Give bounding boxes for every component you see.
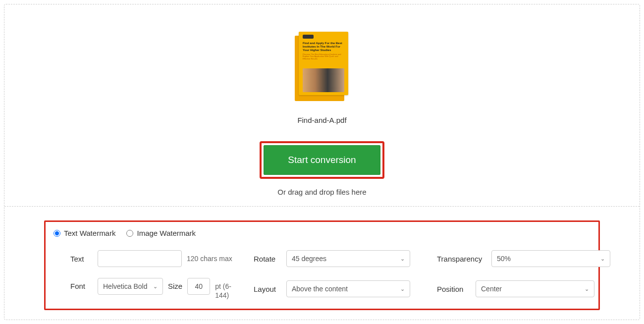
position-value: Center xyxy=(481,285,502,293)
size-hint: pt (6-144) xyxy=(215,278,237,300)
position-label: Position xyxy=(437,285,471,293)
image-watermark-option[interactable]: Image Watermark xyxy=(126,229,196,237)
layout-label: Layout xyxy=(254,285,281,293)
watermark-text-input[interactable] xyxy=(98,250,182,267)
chevron-down-icon: ⌄ xyxy=(400,286,405,292)
chevron-down-icon: ⌄ xyxy=(585,286,589,292)
page-container: Find and Apply For the Best Institutes I… xyxy=(4,4,640,320)
size-label: Size xyxy=(168,278,182,290)
watermark-type-toggle: Text Watermark Image Watermark xyxy=(54,229,590,237)
transparency-select[interactable]: 50% ⌄ xyxy=(491,250,610,267)
start-button-highlight: Start conversion xyxy=(260,141,384,179)
watermark-settings-panel: Text Watermark Image Watermark Text 120 … xyxy=(44,220,600,310)
drag-drop-hint: Or drag and drop files here xyxy=(277,188,366,196)
start-conversion-button[interactable]: Start conversion xyxy=(264,145,380,175)
text-field: Text 120 chars max xyxy=(70,250,254,267)
thumbnail-photo xyxy=(303,68,344,92)
thumbnail-subtitle: Discover The Best Educational Institute … xyxy=(303,54,344,60)
font-value: Helvetica Bold xyxy=(103,282,148,290)
thumbnail-page: Find and Apply For the Best Institutes I… xyxy=(299,32,348,95)
layout-field: Layout Above the content ⌄ xyxy=(254,278,437,300)
text-watermark-radio[interactable] xyxy=(54,230,60,237)
image-watermark-radio[interactable] xyxy=(126,230,133,237)
image-watermark-label: Image Watermark xyxy=(137,229,196,237)
rotate-field: Rotate 45 degrees ⌄ xyxy=(254,250,437,267)
rotate-label: Rotate xyxy=(254,255,281,263)
position-field: Position Center ⌄ xyxy=(437,278,615,300)
text-watermark-option[interactable]: Text Watermark xyxy=(54,229,115,237)
layout-select[interactable]: Above the content ⌄ xyxy=(286,280,410,297)
thumbnail-title: Find and Apply For the Best Institutes I… xyxy=(303,42,344,53)
font-label: Font xyxy=(70,278,93,290)
rotate-select[interactable]: 45 degrees ⌄ xyxy=(286,250,410,267)
transparency-label: Transparency xyxy=(437,255,486,263)
file-name: Find-and-A.pdf xyxy=(297,116,346,124)
transparency-field: Transparency 50% ⌄ xyxy=(437,250,615,267)
chevron-down-icon: ⌄ xyxy=(600,256,605,262)
font-size-field: Font Helvetica Bold ⌄ Size pt (6-144) xyxy=(70,278,254,300)
rotate-value: 45 degrees xyxy=(292,255,326,263)
settings-form: Text 120 chars max Rotate 45 degrees ⌄ T… xyxy=(54,250,590,300)
text-watermark-label: Text Watermark xyxy=(64,229,115,237)
chevron-down-icon: ⌄ xyxy=(153,283,158,290)
transparency-value: 50% xyxy=(497,255,511,263)
file-thumbnail[interactable]: Find and Apply For the Best Institutes I… xyxy=(295,32,349,101)
text-hint: 120 chars max xyxy=(187,255,232,263)
chevron-down-icon: ⌄ xyxy=(400,256,405,262)
size-input[interactable] xyxy=(187,278,210,295)
text-label: Text xyxy=(70,255,93,263)
font-select[interactable]: Helvetica Bold ⌄ xyxy=(98,278,163,295)
thumbnail-logo xyxy=(303,35,314,39)
upload-section: Find and Apply For the Best Institutes I… xyxy=(4,4,640,207)
position-select[interactable]: Center ⌄ xyxy=(476,280,594,297)
layout-value: Above the content xyxy=(292,285,348,293)
